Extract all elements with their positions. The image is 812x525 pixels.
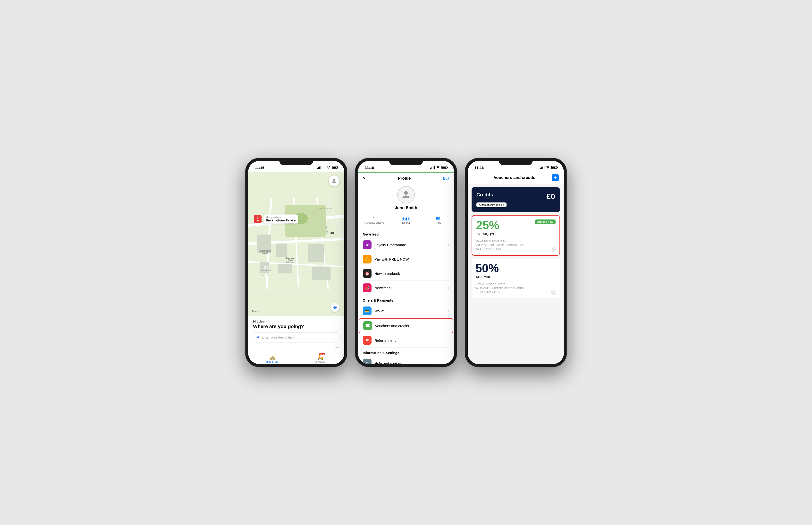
stat-rating: ★4.6 Rating [390, 214, 422, 227]
phone-1-frame: 11:16 ⋮ [245, 158, 347, 367]
stat-fav-label: Favourite drivers [364, 221, 384, 224]
back-button[interactable]: ← [472, 175, 478, 181]
signal-icon-1 [317, 166, 321, 169]
stat-trips: 59 Trips [422, 214, 454, 227]
profile-user-section: John Smith [358, 183, 454, 212]
map-heading: Where are you going? [253, 324, 340, 329]
pay-icon: 👍 [363, 255, 372, 264]
pickup-chevron: › [300, 217, 301, 221]
menu-refer[interactable]: ❤ Refer a friend › [363, 333, 449, 348]
svg-rect-16 [312, 267, 330, 281]
svg-text:PALACE: PALACE [262, 252, 268, 254]
signal-icon-2 [430, 166, 435, 169]
eta-badge: 1 min Pickup address Buckingham Palace › [254, 215, 301, 224]
destination-placeholder: Enter your destination [262, 335, 295, 339]
menu-newsfeed[interactable]: 📣 Newsfeed › [363, 281, 449, 295]
menu-prebook[interactable]: ⏰ How to prebook › [363, 266, 449, 281]
tab-2-wheels[interactable]: 🛵 NEW 2-wheels [296, 354, 344, 363]
menu-loyalty[interactable]: ★ Loyalty Programme › [363, 238, 449, 252]
battery-icon-2 [441, 166, 447, 169]
edit-button[interactable]: Edit [443, 176, 449, 180]
phones-container: 11:16 ⋮ [245, 158, 567, 367]
chevron-icon: › [448, 243, 449, 247]
svg-text:Buckingham: Buckingham [286, 257, 295, 259]
add-voucher-button[interactable]: + [552, 174, 559, 181]
status-time-3: 11:16 [474, 166, 484, 170]
prebook-icon: ⏰ [363, 269, 372, 278]
svg-text:BUCKINGHAM: BUCKINGHAM [260, 250, 271, 252]
pickup-box[interactable]: Pickup address Buckingham Palace [264, 215, 298, 224]
phone-2-screen: 11:16 [358, 161, 454, 364]
status-icons-1: ⋮ [317, 166, 338, 169]
credits-amount: £0 [546, 192, 555, 201]
vouchers-screen: ← Vouchers and credits + Credits Automat… [468, 171, 564, 364]
stat-rating-value: ★4.6 [402, 217, 410, 222]
battery-icon-1 [332, 166, 338, 169]
close-button[interactable]: × [363, 176, 366, 181]
voucher-card-1[interactable]: 25% Applied now T5FDDQQYB MAXIMUM DISCOU… [471, 215, 560, 256]
newsfeed-icon: 📣 [363, 283, 372, 292]
svg-rect-33 [330, 231, 334, 234]
voucher-code-1: T5FDDQQYB [476, 232, 556, 236]
refer-icon: ❤ [363, 336, 372, 345]
stat-favourite-drivers: 1 Favourite drivers [358, 214, 390, 227]
notch-1 [279, 158, 313, 165]
skip-button[interactable]: Skip [253, 344, 340, 350]
stat-trips-value: 59 [436, 217, 440, 221]
phone-3-frame: 11:16 [465, 158, 567, 367]
location-button[interactable] [331, 303, 340, 312]
map-area[interactable]: Constitution Hill Queen's Gard... Spur R… [248, 171, 344, 316]
svg-text:State Rooms: State Rooms [286, 261, 295, 263]
credits-card: Credits Automatically applied £0 [471, 187, 560, 212]
section-offers: Offers & Payments [363, 295, 449, 304]
chevron-icon-5: › [448, 309, 449, 313]
chevron-icon-2: › [448, 257, 449, 261]
info-icon-2[interactable]: ⓘ [551, 290, 556, 295]
profile-title: Profile [398, 176, 411, 181]
svg-text:The Garden Cafe: The Garden Cafe [261, 270, 271, 271]
map-greeting: Hi John! [253, 320, 340, 323]
info-icon-1[interactable]: ⓘ [551, 247, 556, 252]
chevron-icon-4: › [448, 286, 449, 290]
profile-menu: Newsfeed ★ Loyalty Programme › 👍 Pay wit… [358, 229, 454, 364]
tab-ride-taxi[interactable]: 🚕 Ride & Taxi [248, 354, 296, 363]
notch-2 [389, 158, 423, 165]
vouchers-title: Vouchers and credits [494, 175, 535, 180]
vouchers-content: Credits Automatically applied £0 25% App… [468, 184, 564, 364]
signal-icon-3 [540, 166, 544, 169]
menu-wallet[interactable]: 💳 Wallet › [363, 304, 449, 318]
menu-vouchers[interactable]: Vouchers and credits › [359, 318, 453, 333]
menu-pay-free-now[interactable]: 👍 Pay with FREE NOW › [363, 252, 449, 266]
svg-rect-15 [308, 244, 324, 262]
svg-text:☕: ☕ [265, 267, 267, 269]
wallet-icon: 💳 [363, 306, 372, 315]
user-avatar-button[interactable] [329, 176, 340, 186]
wifi-icon-1: ⋮ [323, 166, 330, 169]
profile-stats: 1 Favourite drivers ★4.6 Rating 59 Trips [358, 214, 454, 227]
wifi-icon-3 [546, 166, 550, 169]
voucher-card-2[interactable]: 50% 1J1IEM3K MAXIMUM DISCOUNT £6 VALID O… [471, 259, 560, 298]
auto-applied-badge: Automatically applied [477, 202, 506, 207]
voucher-code-2: 1J1IEM3K [475, 275, 556, 279]
help-icon: ? [363, 359, 372, 364]
map-svg: Constitution Hill Queen's Gard... Spur R… [248, 171, 344, 316]
status-time-2: 11:16 [365, 166, 374, 170]
stat-trips-label: Trips [435, 221, 441, 224]
voucher-details-2: MAXIMUM DISCOUNT £6 VALID ONLY IN UNITED… [475, 283, 556, 294]
tab-bar: 🚕 Ride & Taxi 🛵 NEW 2-wheels [248, 352, 344, 364]
destination-input[interactable]: Enter your destination [253, 332, 340, 343]
stat-fav-value: 1 [373, 217, 375, 221]
section-newsfeed: Newsfeed [363, 229, 449, 238]
user-name: John Smith [395, 205, 418, 210]
menu-help[interactable]: ? Help and contact › [363, 356, 449, 364]
svg-rect-12 [276, 244, 287, 258]
chevron-icon-6: › [448, 324, 449, 328]
profile-header: × Profile Edit [358, 172, 454, 183]
svg-rect-14 [278, 264, 292, 273]
chevron-icon-8: › [448, 361, 449, 364]
dest-dot-icon [257, 336, 259, 338]
user-avatar [397, 186, 415, 204]
loyalty-icon: ★ [363, 240, 372, 249]
vouchers-icon [363, 321, 372, 330]
svg-text:Queen's Gard...: Queen's Gard... [319, 207, 334, 210]
